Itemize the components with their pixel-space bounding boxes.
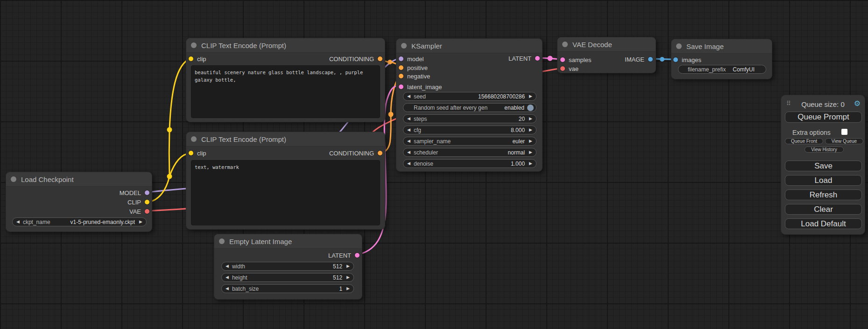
collapse-dot-icon[interactable]	[11, 176, 16, 182]
toggle-icon[interactable]	[527, 105, 534, 111]
save-button[interactable]: Save	[785, 161, 862, 171]
latent-port-icon[interactable]	[560, 57, 565, 62]
node-title-bar[interactable]: Empty Latent Image	[214, 234, 362, 249]
increment-arrow-icon[interactable]: ▶	[529, 94, 532, 98]
collapse-dot-icon[interactable]	[562, 42, 568, 47]
decrement-arrow-icon[interactable]: ◀	[16, 220, 20, 224]
queue-front-button[interactable]: Queue Front	[785, 138, 823, 144]
reroute-dot-clip-2[interactable]	[167, 127, 172, 133]
node-save-image[interactable]: Save Image images filename_prefix ComfyU…	[671, 39, 772, 79]
gear-icon[interactable]: ⚙	[854, 99, 861, 108]
latent-port-icon[interactable]	[355, 253, 360, 258]
cfg-widget[interactable]: ◀ cfg 8.000 ▶	[403, 126, 536, 134]
decrement-arrow-icon[interactable]: ◀	[226, 264, 229, 268]
output-conditioning[interactable]: CONDITIONING	[329, 55, 382, 63]
filename-prefix-widget[interactable]: filename_prefix ComfyUI	[678, 65, 766, 74]
decrement-arrow-icon[interactable]: ◀	[407, 139, 410, 143]
conditioning-port-icon[interactable]	[399, 74, 403, 78]
latent-port-icon[interactable]	[535, 56, 540, 61]
ckpt-name-widget[interactable]: ◀ ckpt_name v1-5-pruned-emaonly.ckpt ▶	[12, 217, 147, 226]
view-history-button[interactable]: View History	[804, 147, 844, 153]
collapse-dot-icon[interactable]	[191, 136, 197, 142]
decrement-arrow-icon[interactable]: ◀	[407, 94, 410, 98]
extra-options-checkbox[interactable]	[841, 129, 847, 135]
node-vae-decode[interactable]: VAE Decode samples vae IMAGE	[557, 37, 656, 73]
vae-port-icon[interactable]	[145, 209, 149, 214]
increment-arrow-icon[interactable]: ▶	[139, 220, 142, 224]
node-title-bar[interactable]: KSampler	[396, 39, 542, 53]
model-port-icon[interactable]	[145, 190, 149, 195]
increment-arrow-icon[interactable]: ▶	[529, 150, 532, 154]
input-vae[interactable]: vae	[560, 64, 579, 73]
latent-port-icon[interactable]	[399, 84, 403, 89]
increment-arrow-icon[interactable]: ▶	[529, 161, 532, 166]
height-widget[interactable]: ◀ height 512 ▶	[221, 273, 354, 282]
input-clip[interactable]: clip	[189, 149, 206, 157]
model-port-icon[interactable]	[399, 56, 403, 61]
input-samples[interactable]: samples	[560, 56, 591, 64]
output-model[interactable]: MODEL	[120, 189, 149, 197]
queue-prompt-button[interactable]: Queue Prompt	[785, 112, 862, 123]
denoise-widget[interactable]: ◀ denoise 1.000 ▶	[403, 159, 536, 168]
increment-arrow-icon[interactable]: ▶	[346, 264, 350, 268]
output-vae[interactable]: VAE	[129, 207, 149, 216]
random-seed-widget[interactable]: Random seed after every gen enabled	[403, 103, 536, 112]
increment-arrow-icon[interactable]: ▶	[346, 287, 350, 291]
decrement-arrow-icon[interactable]: ◀	[407, 117, 410, 121]
clip-port-icon[interactable]	[145, 200, 149, 204]
refresh-button[interactable]: Refresh	[785, 189, 862, 200]
node-ksampler[interactable]: KSampler model positive negative latent_…	[396, 38, 543, 172]
negative-prompt-textarea[interactable]: text, watermark	[191, 160, 380, 225]
output-image[interactable]: IMAGE	[625, 55, 653, 63]
input-clip[interactable]: clip	[189, 55, 206, 63]
increment-arrow-icon[interactable]: ▶	[529, 139, 532, 143]
reroute-dot-negative[interactable]	[388, 112, 394, 117]
increment-arrow-icon[interactable]: ▶	[529, 128, 532, 132]
decrement-arrow-icon[interactable]: ◀	[226, 287, 229, 291]
collapse-dot-icon[interactable]	[676, 43, 682, 49]
node-load-checkpoint[interactable]: Load Checkpoint MODEL CLIP VAE ◀ ckpt_na…	[6, 172, 152, 232]
input-latent-image[interactable]: latent_image	[399, 83, 442, 91]
node-graph-canvas[interactable]: Load Checkpoint MODEL CLIP VAE ◀ ckpt_na…	[0, 0, 868, 329]
load-default-button[interactable]: Load Default	[785, 218, 862, 229]
node-empty-latent-image[interactable]: Empty Latent Image LATENT ◀ width 512 ▶ …	[214, 234, 362, 300]
node-title-bar[interactable]: CLIP Text Encode (Prompt)	[186, 132, 385, 147]
decrement-arrow-icon[interactable]: ◀	[407, 161, 410, 166]
reroute-dot-latent[interactable]	[548, 56, 553, 61]
positive-prompt-textarea[interactable]: beautiful scenery nature glass bottle la…	[191, 65, 380, 118]
node-title-bar[interactable]: VAE Decode	[557, 37, 656, 52]
node-clip-text-encode-positive[interactable]: CLIP Text Encode (Prompt) clip CONDITION…	[186, 38, 385, 122]
node-title-bar[interactable]: CLIP Text Encode (Prompt)	[186, 38, 385, 53]
clip-port-icon[interactable]	[189, 151, 193, 155]
reroute-dot-positive[interactable]	[388, 60, 392, 64]
reroute-dot-image[interactable]	[660, 57, 664, 62]
output-conditioning[interactable]: CONDITIONING	[329, 149, 382, 157]
scheduler-widget[interactable]: ◀ scheduler normal ▶	[403, 148, 536, 157]
collapse-dot-icon[interactable]	[401, 43, 407, 49]
image-port-icon[interactable]	[648, 57, 653, 62]
output-latent[interactable]: LATENT	[508, 54, 540, 63]
sampler-name-widget[interactable]: ◀ sampler_name euler ▶	[403, 137, 536, 146]
conditioning-port-icon[interactable]	[378, 56, 382, 61]
vae-port-icon[interactable]	[560, 66, 565, 71]
node-title-bar[interactable]: Load Checkpoint	[6, 172, 152, 187]
increment-arrow-icon[interactable]: ▶	[529, 117, 532, 121]
view-queue-button[interactable]: View Queue	[825, 138, 863, 144]
decrement-arrow-icon[interactable]: ◀	[407, 150, 410, 154]
clear-button[interactable]: Clear	[785, 204, 862, 215]
collapse-dot-icon[interactable]	[191, 42, 197, 48]
output-latent[interactable]: LATENT	[328, 251, 360, 259]
node-clip-text-encode-negative[interactable]: CLIP Text Encode (Prompt) clip CONDITION…	[186, 132, 385, 230]
clip-port-icon[interactable]	[189, 56, 193, 61]
decrement-arrow-icon[interactable]: ◀	[226, 275, 229, 280]
node-title-bar[interactable]: Save Image	[671, 39, 772, 54]
width-widget[interactable]: ◀ width 512 ▶	[221, 262, 354, 271]
reroute-dot-clip-1[interactable]	[167, 174, 172, 179]
conditioning-port-icon[interactable]	[399, 65, 403, 70]
input-positive[interactable]: positive	[399, 63, 428, 72]
batch-size-widget[interactable]: ◀ batch_size 1 ▶	[221, 284, 354, 293]
input-negative[interactable]: negative	[399, 72, 430, 80]
increment-arrow-icon[interactable]: ▶	[346, 275, 350, 280]
load-button[interactable]: Load	[785, 175, 862, 186]
input-model[interactable]: model	[399, 55, 423, 63]
